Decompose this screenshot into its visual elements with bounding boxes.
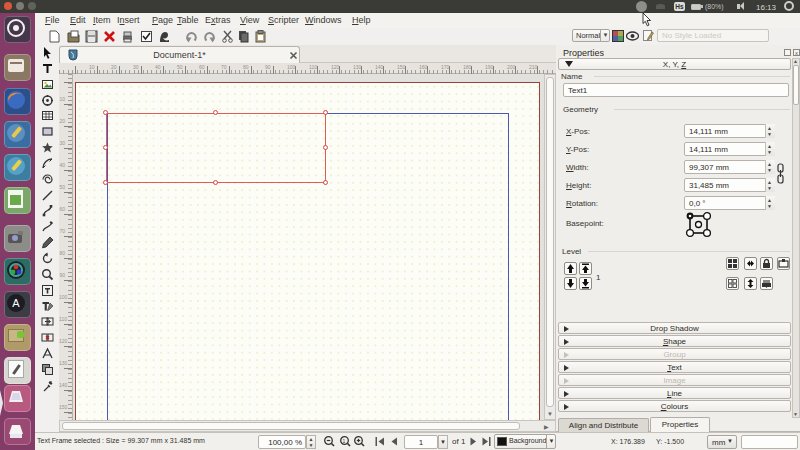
svg-text:A: A [12,297,20,309]
svg-text:1: 1 [343,438,346,444]
